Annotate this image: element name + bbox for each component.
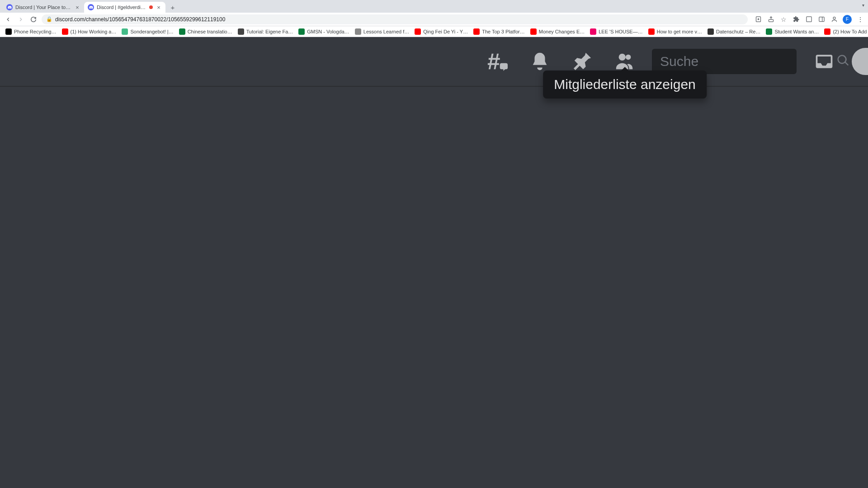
forward-button[interactable] xyxy=(16,15,25,24)
bookmark-item[interactable]: How to get more v… xyxy=(646,28,704,35)
bookmarks-bar: Phone Recycling…(1) How Working a…Sonder… xyxy=(0,26,868,37)
threads-icon[interactable] xyxy=(482,46,513,77)
help-icon[interactable] xyxy=(852,48,868,75)
bookmark-favicon-icon xyxy=(648,28,655,35)
inbox-icon[interactable] xyxy=(811,48,837,75)
bookmark-item[interactable]: Chinese translatio… xyxy=(177,28,234,35)
svg-point-5 xyxy=(833,17,835,19)
browser-toolbar: 🔒 discord.com/channels/10565479476318700… xyxy=(0,13,868,26)
bookmark-label: Lessons Learned f… xyxy=(363,29,410,34)
chrome-menu-icon[interactable]: ⋮ xyxy=(856,15,864,23)
search-input[interactable] xyxy=(660,54,832,69)
bookmark-favicon-icon xyxy=(530,28,537,35)
bookmark-item[interactable]: Student Wants an… xyxy=(764,28,821,35)
bookmark-label: How to get more v… xyxy=(657,29,702,34)
bookmark-label: Qing Fei De Yi - Y… xyxy=(423,29,468,34)
extensions-puzzle-icon[interactable] xyxy=(805,15,813,23)
bookmark-item[interactable]: Tutorial: Eigene Fa… xyxy=(236,28,295,35)
discord-favicon-icon xyxy=(6,4,13,10)
bookmark-label: Tutorial: Eigene Fa… xyxy=(246,29,293,34)
bookmark-label: LEE 'S HOUSE—… xyxy=(599,29,642,34)
url-text: discord.com/channels/1056547947631870022… xyxy=(55,16,225,23)
bookmark-favicon-icon xyxy=(298,28,305,35)
discord-app: Mitgliederliste anzeigen xyxy=(0,37,868,488)
bookmark-label: (2) How To Add A… xyxy=(833,29,868,34)
bookmark-label: Money Changes E… xyxy=(539,29,585,34)
bookmark-favicon-icon xyxy=(5,28,12,35)
bookmark-favicon-icon xyxy=(238,28,244,35)
bookmark-item[interactable]: The Top 3 Platfor… xyxy=(472,28,527,35)
bookmark-item[interactable]: Money Changes E… xyxy=(528,28,587,35)
bookmark-label: Sonderangebot! |… xyxy=(130,29,173,34)
close-tab-icon[interactable]: × xyxy=(156,4,162,10)
tab-title: Discord | Your Place to Talk a… xyxy=(15,5,71,10)
window-dropdown-icon[interactable]: ▾ xyxy=(862,3,864,8)
tab-title: Discord | #geldverdienen xyxy=(97,5,146,10)
tab-recording-icon xyxy=(149,5,153,9)
bookmark-item[interactable]: (1) How Working a… xyxy=(60,28,118,35)
install-app-icon[interactable] xyxy=(754,15,762,23)
bookmark-label: The Top 3 Platfor… xyxy=(482,29,525,34)
browser-tab-strip: Discord | Your Place to Talk a… × Discor… xyxy=(0,0,868,13)
bookmark-label: Chinese translatio… xyxy=(188,29,232,34)
discord-favicon-icon xyxy=(88,4,94,10)
bookmark-item[interactable]: GMSN - Vologda… xyxy=(297,28,351,35)
svg-rect-1 xyxy=(769,19,773,22)
address-bar[interactable]: 🔒 discord.com/channels/10565479476318700… xyxy=(42,14,748,24)
bookmark-item[interactable]: Lessons Learned f… xyxy=(353,28,411,35)
bookmark-item[interactable]: Datenschutz – Re… xyxy=(706,28,762,35)
bookmark-item[interactable]: Phone Recycling… xyxy=(4,28,58,35)
bookmark-favicon-icon xyxy=(179,28,185,35)
channel-header: Mitgliederliste anzeigen xyxy=(0,37,868,87)
new-tab-button[interactable]: + xyxy=(167,2,178,13)
bookmark-favicon-icon xyxy=(824,28,830,35)
bookmark-label: (1) How Working a… xyxy=(71,29,117,34)
member-list-tooltip: Mitgliederliste anzeigen xyxy=(543,70,707,99)
bookmark-favicon-icon xyxy=(473,28,480,35)
profile-avatar[interactable]: F xyxy=(843,15,852,24)
bookmark-favicon-icon xyxy=(62,28,68,35)
bookmark-star-icon[interactable]: ☆ xyxy=(779,15,788,23)
extension-icon[interactable] xyxy=(792,15,800,23)
search-icon xyxy=(836,54,850,69)
bookmark-label: Datenschutz – Re… xyxy=(716,29,760,34)
bookmark-favicon-icon xyxy=(355,28,361,35)
lock-icon: 🔒 xyxy=(46,16,52,22)
svg-rect-3 xyxy=(819,17,824,22)
bookmark-favicon-icon xyxy=(766,28,772,35)
back-button[interactable] xyxy=(4,15,13,24)
browser-tab[interactable]: Discord | Your Place to Talk a… × xyxy=(3,2,84,13)
bookmark-item[interactable]: Sonderangebot! |… xyxy=(120,28,175,35)
bookmark-favicon-icon xyxy=(415,28,421,35)
bookmark-label: GMSN - Vologda… xyxy=(307,29,349,34)
toolbar-right: ☆ F ⋮ xyxy=(751,15,864,24)
close-tab-icon[interactable]: × xyxy=(74,4,80,10)
side-panel-icon[interactable] xyxy=(817,15,826,23)
svg-rect-2 xyxy=(806,17,811,22)
reload-button[interactable] xyxy=(29,15,38,24)
bookmark-item[interactable]: Qing Fei De Yi - Y… xyxy=(413,28,470,35)
browser-tab[interactable]: Discord | #geldverdienen × xyxy=(84,2,165,13)
bookmark-favicon-icon xyxy=(590,28,596,35)
bookmark-label: Student Wants an… xyxy=(774,29,819,34)
share-icon[interactable] xyxy=(767,15,775,23)
bookmark-favicon-icon xyxy=(708,28,714,35)
account-icon[interactable] xyxy=(830,15,838,23)
bookmark-favicon-icon xyxy=(122,28,128,35)
bookmark-item[interactable]: (2) How To Add A… xyxy=(822,28,868,35)
bookmark-item[interactable]: LEE 'S HOUSE—… xyxy=(588,28,644,35)
bookmark-label: Phone Recycling… xyxy=(14,29,57,34)
